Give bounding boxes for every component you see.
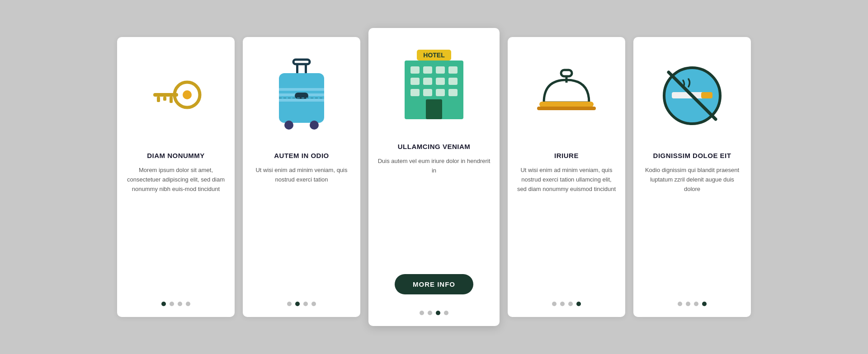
svg-rect-30 bbox=[436, 89, 445, 96]
dot bbox=[161, 302, 166, 306]
svg-rect-23 bbox=[448, 66, 458, 74]
hotel-icon: HOTEL bbox=[398, 46, 470, 127]
card-cloche: IRIURE Ut wisi enim ad minim veniam, qui… bbox=[508, 37, 625, 317]
svg-rect-20 bbox=[410, 66, 420, 74]
svg-rect-28 bbox=[410, 89, 420, 96]
dot bbox=[552, 302, 557, 306]
svg-rect-35 bbox=[539, 102, 594, 107]
card-luggage-desc: Ut wisi enim ad minim veniam, quis nostr… bbox=[252, 166, 351, 293]
card-hotel: HOTEL ULLAMCI bbox=[368, 28, 500, 326]
dot bbox=[295, 302, 300, 306]
more-info-button[interactable]: MORE INFO bbox=[395, 274, 473, 294]
nosmoking-icon-area bbox=[642, 51, 742, 141]
card-luggage-title: AUTEM IN ODIO bbox=[274, 152, 329, 159]
dot bbox=[287, 302, 292, 306]
svg-point-15 bbox=[310, 121, 319, 130]
dot bbox=[178, 302, 182, 306]
svg-point-1 bbox=[183, 90, 192, 99]
svg-rect-33 bbox=[561, 70, 572, 76]
card-cloche-dots bbox=[552, 302, 581, 306]
svg-rect-27 bbox=[448, 78, 458, 85]
hotel-icon-area: HOTEL bbox=[377, 42, 491, 132]
dot bbox=[678, 302, 682, 306]
card-key: DIAM NONUMMY Morem ipsum dolor sit amet,… bbox=[117, 37, 235, 317]
svg-rect-21 bbox=[423, 66, 432, 74]
svg-rect-3 bbox=[157, 97, 160, 102]
dot bbox=[560, 302, 565, 306]
dot bbox=[694, 302, 698, 306]
svg-rect-6 bbox=[293, 60, 310, 64]
svg-rect-8 bbox=[305, 64, 307, 74]
svg-rect-31 bbox=[448, 89, 458, 96]
svg-rect-10 bbox=[279, 88, 324, 91]
card-luggage: AUTEM IN ODIO Ut wisi enim ad minim veni… bbox=[243, 37, 360, 317]
card-key-title: DIAM NONUMMY bbox=[147, 152, 205, 159]
card-nosmoking-desc: Kodio dignissim qui blandit praesent lup… bbox=[642, 166, 742, 293]
dot bbox=[311, 302, 316, 306]
cards-container: DIAM NONUMMY Morem ipsum dolor sit amet,… bbox=[90, 10, 778, 344]
svg-rect-4 bbox=[163, 97, 166, 101]
card-nosmoking-title: DIGNISSIM DOLOE EIT bbox=[653, 152, 731, 159]
luggage-icon bbox=[274, 57, 329, 134]
card-key-dots bbox=[161, 302, 190, 306]
svg-rect-32 bbox=[426, 99, 442, 119]
card-hotel-dots bbox=[420, 311, 448, 315]
key-icon bbox=[144, 73, 208, 118]
cloche-icon bbox=[535, 66, 598, 125]
card-luggage-dots bbox=[287, 302, 316, 306]
svg-rect-7 bbox=[296, 64, 298, 74]
key-icon-area bbox=[126, 51, 226, 141]
card-hotel-title: ULLAMCING VENIAM bbox=[398, 143, 471, 150]
dot bbox=[428, 311, 432, 315]
svg-rect-36 bbox=[537, 107, 596, 110]
dot bbox=[576, 302, 581, 306]
svg-rect-29 bbox=[423, 89, 432, 96]
card-nosmoking: DIGNISSIM DOLOE EIT Kodio dignissim qui … bbox=[633, 37, 751, 317]
svg-rect-24 bbox=[410, 78, 420, 85]
dot bbox=[702, 302, 707, 306]
cloche-icon-area bbox=[517, 51, 616, 141]
svg-rect-22 bbox=[436, 66, 445, 74]
dot bbox=[568, 302, 573, 306]
dot bbox=[436, 311, 440, 315]
card-cloche-title: IRIURE bbox=[554, 152, 579, 159]
svg-rect-12 bbox=[279, 99, 324, 102]
dot bbox=[444, 311, 448, 315]
card-hotel-desc: Duis autem vel eum iriure dolor in hendr… bbox=[377, 157, 491, 266]
card-cloche-desc: Ut wisi enim ad minim veniam, quis nostr… bbox=[517, 166, 616, 293]
dot bbox=[686, 302, 690, 306]
svg-rect-2 bbox=[153, 93, 178, 97]
nosmoking-icon bbox=[660, 64, 724, 127]
svg-rect-26 bbox=[436, 78, 445, 85]
dot bbox=[170, 302, 174, 306]
dot bbox=[303, 302, 308, 306]
card-nosmoking-dots bbox=[678, 302, 707, 306]
svg-rect-40 bbox=[701, 92, 712, 98]
dot bbox=[420, 311, 424, 315]
card-key-desc: Morem ipsum dolor sit amet, consectetuer… bbox=[126, 166, 226, 293]
luggage-icon-area bbox=[252, 51, 351, 141]
dot bbox=[186, 302, 190, 306]
svg-text:HOTEL: HOTEL bbox=[423, 51, 445, 59]
svg-point-14 bbox=[284, 121, 293, 130]
svg-rect-25 bbox=[423, 78, 432, 85]
svg-rect-5 bbox=[170, 97, 173, 103]
